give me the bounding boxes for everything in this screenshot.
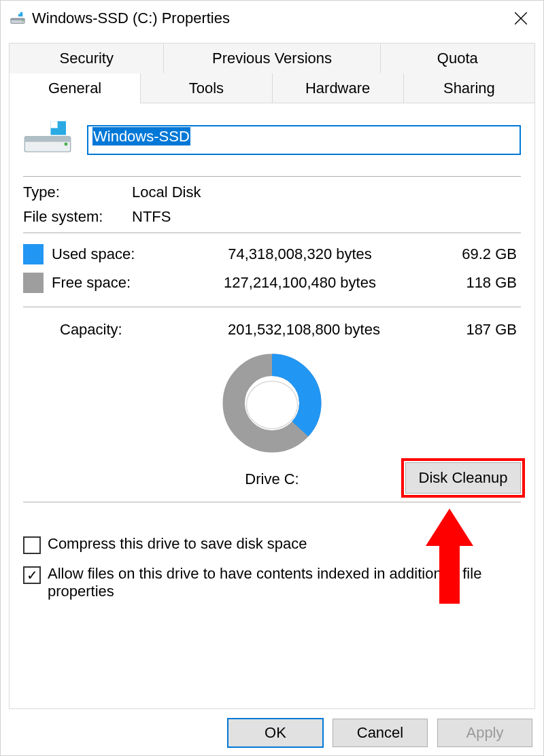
- compress-label: Compress this drive to save disk space: [48, 535, 307, 553]
- close-button[interactable]: [504, 1, 538, 35]
- tab-tools[interactable]: Tools: [141, 73, 272, 103]
- usage-chart: [23, 340, 521, 461]
- drive-icon: [10, 11, 25, 26]
- free-human: 118 GB: [439, 274, 521, 292]
- capacity-human: 187 GB: [439, 321, 521, 339]
- tab-strip: Security Previous Versions Quota General…: [9, 43, 535, 103]
- annotation-arrow-icon: [426, 509, 473, 607]
- drive-label: Drive C:: [245, 470, 299, 488]
- compress-checkbox[interactable]: [23, 536, 41, 554]
- filesystem-label: File system:: [23, 208, 132, 226]
- svg-point-14: [247, 378, 298, 429]
- svg-rect-10: [51, 121, 58, 128]
- used-swatch: [23, 244, 44, 264]
- client-area: Security Previous Versions Quota General…: [1, 36, 543, 755]
- capacity-label: Capacity:: [60, 321, 169, 339]
- properties-dialog: Windows-SSD (C:) Properties Security Pre…: [0, 0, 544, 756]
- tab-security[interactable]: Security: [10, 44, 164, 73]
- general-panel: Windows-SSD Type: Local Disk File system…: [9, 103, 535, 709]
- svg-rect-1: [11, 18, 24, 20]
- window-title: Windows-SSD (C:) Properties: [32, 10, 504, 27]
- used-human: 69.2 GB: [439, 245, 521, 263]
- apply-button[interactable]: Apply: [437, 719, 532, 747]
- free-swatch: [23, 273, 44, 293]
- titlebar: Windows-SSD (C:) Properties: [1, 1, 543, 36]
- used-bytes: 74,318,008,320 bytes: [160, 245, 439, 263]
- drive-name-input[interactable]: Windows-SSD: [87, 125, 521, 155]
- svg-point-11: [65, 143, 68, 146]
- free-bytes: 127,214,100,480 bytes: [160, 274, 439, 292]
- tab-previous-versions[interactable]: Previous Versions: [164, 44, 380, 73]
- type-label: Type:: [23, 184, 132, 201]
- index-checkbox[interactable]: [23, 566, 41, 584]
- dialog-buttons: OK Cancel Apply: [9, 709, 535, 747]
- tab-general[interactable]: General: [10, 73, 141, 103]
- ok-button[interactable]: OK: [228, 719, 323, 747]
- capacity-bytes: 201,532,108,800 bytes: [169, 321, 439, 339]
- free-label: Free space:: [52, 274, 160, 292]
- svg-marker-16: [426, 509, 473, 604]
- type-value: Local Disk: [132, 184, 201, 201]
- filesystem-value: NTFS: [132, 208, 171, 226]
- svg-rect-8: [24, 137, 71, 142]
- cancel-button[interactable]: Cancel: [333, 719, 428, 747]
- svg-point-4: [22, 20, 23, 22]
- used-label: Used space:: [52, 245, 160, 263]
- disk-cleanup-button[interactable]: Disk Cleanup: [405, 462, 521, 494]
- drive-large-icon: [23, 120, 72, 160]
- tab-hardware[interactable]: Hardware: [273, 73, 404, 103]
- tab-quota[interactable]: Quota: [381, 44, 534, 73]
- svg-rect-3: [18, 12, 20, 14]
- tab-sharing[interactable]: Sharing: [404, 73, 534, 103]
- drive-name-value: Windows-SSD: [92, 127, 190, 145]
